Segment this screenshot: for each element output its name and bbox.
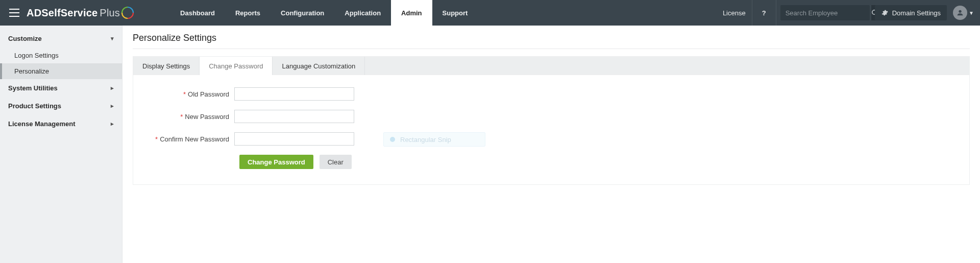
hamburger-icon: [9, 9, 19, 17]
change-password-form: *Old Password *New Password *Confirm New…: [133, 75, 969, 184]
nav-label: Support: [443, 9, 468, 17]
nav-label: Application: [345, 9, 381, 17]
main-panel: Personalize Settings Display Settings Ch…: [122, 26, 980, 263]
tabbar: Display Settings Change Password Languag…: [133, 57, 969, 75]
settings-panel: Display Settings Change Password Languag…: [133, 56, 970, 185]
nav-configuration[interactable]: Configuration: [271, 0, 334, 26]
sidebar-group-license-management[interactable]: License Management ▸: [0, 115, 122, 133]
brand-suffix: Plus: [100, 7, 120, 19]
nav-reports[interactable]: Reports: [225, 0, 271, 26]
chevron-right-icon: ▸: [111, 103, 114, 109]
required-asterisk: *: [183, 90, 186, 98]
help-icon: ?: [758, 9, 770, 17]
svg-rect-0: [9, 9, 19, 10]
topbar-right: License ? Domain Settings ▼: [717, 0, 980, 26]
chevron-right-icon: ▸: [111, 121, 114, 127]
snip-dot-icon: [390, 137, 395, 142]
chevron-down-icon: ▼: [969, 10, 974, 16]
tab-label: Language Customization: [282, 62, 355, 70]
tab-label: Display Settings: [142, 62, 190, 70]
domain-settings-button[interactable]: Domain Settings: [875, 5, 947, 20]
button-label: Change Password: [248, 158, 305, 166]
confirm-password-input[interactable]: [234, 132, 354, 146]
required-asterisk: *: [180, 113, 183, 121]
user-icon: [956, 9, 964, 17]
tab-change-password[interactable]: Change Password: [200, 57, 273, 75]
domain-settings-label: Domain Settings: [892, 9, 941, 17]
nav-label: Configuration: [281, 9, 324, 17]
tab-language-customization[interactable]: Language Customization: [273, 57, 365, 75]
search-wrapper: [780, 5, 870, 20]
label-text: New Password: [185, 113, 229, 121]
required-asterisk: *: [155, 135, 158, 143]
sidebar-group-label: Customize: [8, 35, 42, 42]
brand-logo[interactable]: ADSelfService Plus: [27, 6, 134, 19]
new-password-label: *New Password: [148, 113, 234, 121]
sidebar-item-label: Logon Settings: [14, 52, 59, 59]
sidebar-group-label: System Utilities: [8, 84, 58, 92]
sidebar-group-label: Product Settings: [8, 102, 61, 110]
nav-support[interactable]: Support: [432, 0, 478, 26]
form-buttons: Change Password Clear: [239, 155, 955, 169]
page-title: Personalize Settings: [133, 33, 970, 49]
form-row-old-password: *Old Password: [148, 87, 955, 101]
sidebar-item-label: Personalize: [14, 67, 49, 75]
tab-label: Change Password: [209, 62, 263, 70]
old-password-input[interactable]: [234, 87, 354, 101]
sidebar-group-system-utilities[interactable]: System Utilities ▸: [0, 79, 122, 97]
old-password-label: *Old Password: [148, 90, 234, 98]
brand-swirl-icon: [121, 6, 134, 19]
sidebar: Customize ▾ Logon Settings Personalize S…: [0, 26, 122, 263]
help-link[interactable]: ?: [752, 0, 776, 26]
confirm-password-label: *Confirm New Password: [148, 135, 234, 143]
svg-rect-2: [9, 16, 19, 17]
label-text: Confirm New Password: [160, 135, 229, 143]
sidebar-group-label: License Management: [8, 120, 76, 128]
content-area: Customize ▾ Logon Settings Personalize S…: [0, 26, 980, 263]
tab-display-settings[interactable]: Display Settings: [133, 57, 200, 75]
nav-dashboard[interactable]: Dashboard: [170, 0, 225, 26]
topbar: ADSelfService Plus Dashboard Reports Con…: [0, 0, 980, 26]
button-label: Clear: [328, 158, 344, 166]
chevron-right-icon: ▸: [111, 85, 114, 91]
search-input[interactable]: [786, 5, 871, 20]
sidebar-item-logon-settings[interactable]: Logon Settings: [0, 47, 122, 63]
sidebar-group-customize[interactable]: Customize ▾: [0, 30, 122, 47]
license-label: License: [723, 9, 746, 17]
nav-admin[interactable]: Admin: [391, 0, 432, 26]
clear-button[interactable]: Clear: [320, 155, 352, 169]
menu-toggle[interactable]: [7, 0, 21, 26]
change-password-button[interactable]: Change Password: [239, 155, 313, 169]
brand-main: ADSelfService: [27, 7, 97, 19]
nav-application[interactable]: Application: [334, 0, 391, 26]
sidebar-group-product-settings[interactable]: Product Settings ▸: [0, 97, 122, 115]
main-nav: Dashboard Reports Configuration Applicat…: [170, 0, 478, 26]
svg-point-5: [959, 10, 961, 13]
form-row-new-password: *New Password: [148, 110, 955, 123]
nav-label: Reports: [235, 9, 260, 17]
gear-icon: [881, 9, 888, 16]
sidebar-item-personalize[interactable]: Personalize: [0, 63, 122, 79]
snip-overlay: Rectangular Snip: [383, 132, 485, 147]
label-text: Old Password: [188, 90, 229, 98]
nav-label: Dashboard: [180, 9, 215, 17]
chevron-down-icon: ▾: [111, 35, 114, 42]
form-row-confirm-password: *Confirm New Password: [148, 132, 955, 146]
user-menu[interactable]: [953, 6, 967, 20]
license-link[interactable]: License: [717, 0, 752, 26]
new-password-input[interactable]: [234, 110, 354, 123]
nav-label: Admin: [401, 9, 422, 17]
snip-label: Rectangular Snip: [400, 136, 451, 144]
svg-rect-1: [9, 12, 19, 13]
